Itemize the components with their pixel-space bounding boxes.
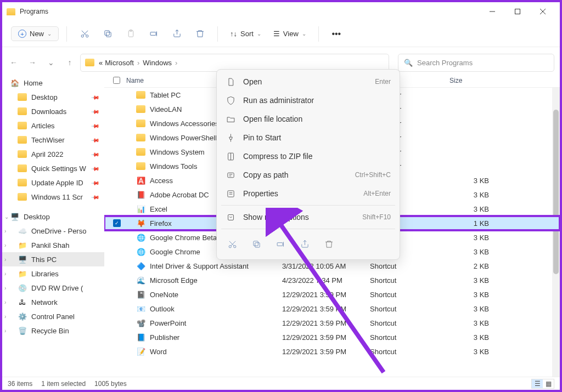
sidebar-item[interactable]: ›🖥️This PC (2, 252, 104, 266)
share-button[interactable] (167, 24, 187, 44)
more-button[interactable]: ••• (327, 24, 346, 44)
chevron-down-icon: ⌄ (47, 31, 52, 37)
sidebar-item[interactable]: ›🖧Network (2, 295, 104, 309)
expand-icon[interactable]: › (4, 328, 6, 334)
scrollbar-thumb[interactable] (553, 110, 559, 274)
sidebar-item[interactable]: ›📁Libraries (2, 266, 104, 281)
ctx-rename-button[interactable] (271, 235, 290, 253)
cloud-icon: ☁️ (18, 226, 27, 236)
app-icon: 🌐 (136, 233, 145, 242)
delete-button[interactable] (190, 24, 210, 44)
sidebar-item[interactable]: Update Apple ID📌 (2, 175, 104, 190)
ctx-delete-button[interactable] (319, 235, 339, 253)
folder-icon (136, 134, 145, 141)
breadcrumb-segment[interactable]: Microsoft (104, 59, 135, 67)
app-icon: 📘 (136, 333, 145, 342)
breadcrumb-segment[interactable]: Windows (142, 59, 173, 67)
context-item-more-options[interactable]: Show more options Shift+F10 (217, 208, 400, 226)
folder-icon (18, 193, 27, 201)
file-row[interactable]: 📝Word12/29/2021 3:59 PMShortcut3 KB (104, 344, 560, 359)
sidebar-item[interactable]: Articles📌 (2, 118, 104, 133)
context-item-open[interactable]: OpenEnter (217, 72, 400, 91)
rename-button[interactable] (144, 24, 164, 44)
sort-button[interactable]: ↑↓ Sort ⌄ (226, 27, 266, 41)
context-menu-separator (221, 205, 395, 206)
more-icon (226, 212, 235, 222)
sidebar-item[interactable]: Quick Settings W📌 (2, 161, 104, 175)
sidebar-item[interactable]: Downloads📌 (2, 104, 104, 118)
expand-icon[interactable]: ⌄ (4, 214, 9, 220)
svg-rect-18 (227, 190, 233, 196)
file-row[interactable]: 🔷Intel Driver & Support Assistant3/31/20… (104, 259, 560, 273)
file-row[interactable]: 📘Publisher12/29/2021 3:59 PMShortcut3 KB (104, 330, 560, 344)
select-all-checkbox[interactable] (113, 77, 120, 84)
sidebar-item-home[interactable]: 🏠 Home (2, 76, 104, 90)
close-button[interactable] (530, 3, 555, 20)
new-button[interactable]: + New ⌄ (11, 26, 59, 41)
minimize-button[interactable] (480, 3, 505, 20)
expand-icon[interactable]: › (4, 271, 6, 277)
expand-icon[interactable]: › (4, 314, 6, 320)
expand-icon[interactable]: › (4, 257, 6, 263)
file-row[interactable]: 📧Outlook12/29/2021 3:59 PMShortcut3 KB (104, 302, 560, 316)
ctx-copy-button[interactable] (246, 235, 266, 253)
search-placeholder: Search Programs (417, 59, 473, 67)
pin-icon: 📌 (91, 93, 100, 101)
search-input[interactable]: 🔍 Search Programs (398, 54, 554, 72)
context-item-compress-to-zip-file[interactable]: Compress to ZIP file (217, 147, 400, 166)
app-icon: 🌊 (136, 276, 145, 285)
view-button[interactable]: ☰ View ⌄ (269, 27, 311, 41)
toolbar: + New ⌄ ↑↓ Sort ⌄ ☰ View ⌄ ••• (2, 21, 560, 47)
context-item-copy-as-path[interactable]: Copy as pathCtrl+Shift+C (217, 166, 400, 184)
expand-icon[interactable]: › (4, 228, 6, 234)
breadcrumb-chevron-icon[interactable]: › (173, 59, 179, 67)
expand-icon[interactable]: › (4, 242, 6, 248)
sidebar-item[interactable]: TechWiser📌 (2, 133, 104, 147)
ctx-cut-button[interactable] (222, 235, 242, 253)
selection-size: 1005 bytes (94, 380, 127, 388)
folder-open-icon (226, 114, 235, 124)
scrollbar[interactable] (552, 88, 560, 378)
sidebar-item[interactable]: ›🗑️Recycle Bin (2, 323, 104, 338)
paste-button[interactable] (121, 24, 140, 44)
app-icon: 🦊 (136, 219, 145, 228)
app-icon: 📊 (136, 204, 145, 214)
copy-button[interactable] (98, 24, 117, 44)
context-menu-separator (221, 229, 395, 229)
expand-icon[interactable]: › (4, 299, 6, 305)
file-row[interactable]: 🌊Microsoft Edge4/23/2022 7:34 PMShortcut… (104, 273, 560, 287)
context-item-run-as-administrator[interactable]: Run as administrator (217, 91, 400, 110)
pc-icon: 🖥️ (18, 255, 27, 264)
shield-icon (226, 95, 235, 105)
sidebar-item[interactable]: ›📁Pankil Shah (2, 238, 104, 252)
file-row[interactable]: 📽️PowerPoint12/29/2021 3:59 PMShortcut3 … (104, 316, 560, 330)
address-folder-icon (85, 59, 94, 66)
context-item-open-file-location[interactable]: Open file location (217, 110, 400, 128)
pin-icon: 📌 (91, 121, 100, 130)
expand-icon[interactable]: › (4, 285, 6, 291)
sidebar-item-desktop[interactable]: ⌄ 🖥️ Desktop (2, 209, 104, 224)
sidebar-item[interactable]: ›⚙️Control Panel (2, 309, 104, 323)
breadcrumb-chevron-icon[interactable]: › (135, 59, 142, 67)
grid-view-button[interactable]: ▦ (543, 379, 554, 388)
up-button[interactable]: ↑ (61, 54, 78, 71)
row-checkbox[interactable]: ✓ (113, 219, 121, 227)
sidebar-item[interactable]: April 2022📌 (2, 147, 104, 161)
ctx-share-button[interactable] (295, 235, 314, 253)
back-button[interactable]: ← (5, 54, 22, 71)
context-item-pin-to-start[interactable]: Pin to Start (217, 128, 400, 147)
sidebar-item[interactable]: Desktop📌 (2, 90, 104, 104)
details-view-button[interactable]: ☰ (532, 379, 543, 388)
cut-button[interactable] (75, 24, 94, 44)
sidebar-item[interactable]: ›💿DVD RW Drive ( (2, 281, 104, 295)
forward-button[interactable]: → (24, 54, 41, 71)
recent-button[interactable]: ⌄ (43, 54, 59, 71)
sidebar-item[interactable]: ›☁️OneDrive - Perso (2, 224, 104, 238)
context-item-properties[interactable]: PropertiesAlt+Enter (217, 184, 400, 203)
svg-rect-12 (150, 32, 156, 36)
file-row[interactable]: 📓OneNote12/29/2021 3:59 PMShortcut3 KB (104, 287, 560, 302)
maximize-button[interactable] (505, 3, 530, 20)
sidebar-item[interactable]: Windows 11 Scr📌 (2, 190, 104, 204)
folder-icon (18, 136, 27, 144)
column-size[interactable]: Size (449, 77, 515, 84)
